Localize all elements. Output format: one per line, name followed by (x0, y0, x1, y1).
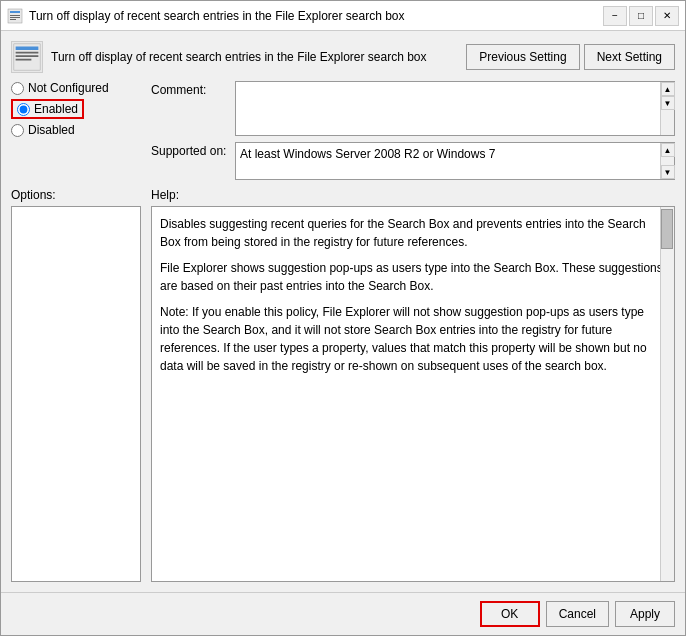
comment-area: ▲ ▼ (235, 81, 675, 136)
title-bar-left: Turn off display of recent search entrie… (7, 8, 405, 24)
options-panel: Options: (11, 188, 141, 582)
comment-row: Comment: ▲ ▼ (151, 81, 675, 136)
supported-scroll-down[interactable]: ▼ (661, 165, 675, 179)
supported-value: At least Windows Server 2008 R2 or Windo… (240, 147, 495, 161)
dialog-window: Turn off display of recent search entrie… (0, 0, 686, 636)
header-policy-icon (11, 41, 43, 73)
settings-section: Not Configured Enabled Disabled (11, 81, 675, 180)
supported-row: Supported on: At least Windows Server 20… (151, 142, 675, 180)
header-policy-title: Turn off display of recent search entrie… (51, 50, 456, 64)
radio-disabled[interactable]: Disabled (11, 123, 141, 137)
enabled-label: Enabled (34, 102, 78, 116)
policy-icon (7, 8, 23, 24)
header-row: Turn off display of recent search entrie… (11, 41, 675, 73)
supported-label: Supported on: (151, 142, 231, 158)
window-title: Turn off display of recent search entrie… (29, 9, 405, 23)
apply-button[interactable]: Apply (615, 601, 675, 627)
content-area: Turn off display of recent search entrie… (1, 31, 685, 592)
comment-textarea-container: ▲ ▼ (235, 81, 675, 136)
cancel-button[interactable]: Cancel (546, 601, 609, 627)
svg-rect-6 (16, 47, 39, 51)
close-button[interactable]: ✕ (655, 6, 679, 26)
footer: OK Cancel Apply (1, 592, 685, 635)
ok-button[interactable]: OK (480, 601, 540, 627)
svg-rect-3 (10, 17, 20, 18)
help-panel: Help: Disables suggesting recent queries… (151, 188, 675, 582)
bottom-section: Options: Help: Disables suggesting recen… (11, 188, 675, 582)
title-bar-controls: − □ ✕ (603, 6, 679, 26)
enabled-highlight: Enabled (11, 99, 84, 119)
supported-field: At least Windows Server 2008 R2 or Windo… (235, 142, 675, 180)
svg-rect-8 (16, 55, 39, 57)
help-box: Disables suggesting recent queries for t… (151, 206, 675, 582)
previous-setting-button[interactable]: Previous Setting (466, 44, 579, 70)
radio-options-panel: Not Configured Enabled Disabled (11, 81, 141, 180)
help-text-3: Note: If you enable this policy, File Ex… (160, 303, 666, 375)
supported-scroll-up[interactable]: ▲ (661, 143, 675, 157)
supported-scrollbar: ▲ ▼ (660, 143, 674, 179)
title-bar: Turn off display of recent search entrie… (1, 1, 685, 31)
svg-rect-1 (10, 11, 20, 13)
radio-group: Not Configured Enabled Disabled (11, 81, 141, 137)
svg-rect-4 (10, 19, 16, 20)
minimize-button[interactable]: − (603, 6, 627, 26)
help-scrollbar-thumb[interactable] (661, 209, 673, 249)
supported-container: At least Windows Server 2008 R2 or Windo… (235, 142, 675, 180)
help-label: Help: (151, 188, 675, 202)
svg-rect-9 (16, 59, 32, 61)
header-info: Turn off display of recent search entrie… (11, 41, 456, 73)
not-configured-label: Not Configured (28, 81, 109, 95)
disabled-label: Disabled (28, 123, 75, 137)
options-label: Options: (11, 188, 141, 202)
header-buttons: Previous Setting Next Setting (466, 44, 675, 70)
scroll-up-arrow[interactable]: ▲ (661, 82, 675, 96)
help-scrollbar-track (660, 207, 674, 581)
help-text-1: Disables suggesting recent queries for t… (160, 215, 666, 251)
svg-rect-7 (16, 52, 39, 54)
right-panel: Comment: ▲ ▼ Supported on: (151, 81, 675, 180)
not-configured-radio[interactable] (11, 82, 24, 95)
radio-enabled[interactable]: Enabled (11, 99, 141, 119)
maximize-button[interactable]: □ (629, 6, 653, 26)
scroll-down-arrow[interactable]: ▼ (661, 96, 675, 110)
options-box (11, 206, 141, 582)
disabled-radio[interactable] (11, 124, 24, 137)
comment-label: Comment: (151, 81, 231, 97)
comment-scrollbar: ▲ ▼ (660, 82, 674, 135)
svg-rect-2 (10, 15, 20, 16)
enabled-radio[interactable] (17, 103, 30, 116)
next-setting-button[interactable]: Next Setting (584, 44, 675, 70)
radio-not-configured[interactable]: Not Configured (11, 81, 141, 95)
help-text-2: File Explorer shows suggestion pop-ups a… (160, 259, 666, 295)
